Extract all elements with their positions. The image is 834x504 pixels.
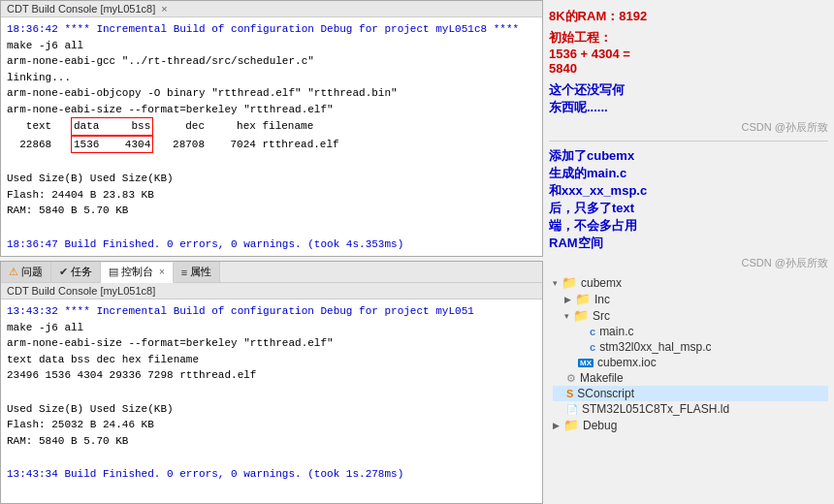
b-sizes-header: Used Size(B) Used Size(KB): [7, 401, 536, 418]
line-sizes-header: Used Size(B) Used Size(KB): [7, 171, 536, 187]
tree-label-ioc: cubemx.ioc: [597, 356, 657, 369]
note2: 东西呢......: [549, 99, 828, 116]
top-console-title: CDT Build Console [myL051c8]: [7, 3, 155, 15]
tree-label-makefile: Makefile: [580, 371, 624, 385]
b-line-1: 13:43:32 **** Incremental Build of confi…: [7, 303, 536, 320]
mx-file-icon: MX: [578, 359, 593, 367]
top-console-titlebar: CDT Build Console [myL051c8] ×: [1, 1, 542, 17]
s-file-icon: S: [566, 388, 573, 399]
calc: 1536 + 4304 =: [549, 47, 828, 61]
b-note4: 后，只多了text: [549, 200, 828, 217]
divider: [549, 141, 828, 142]
make-file-icon: ⚙: [566, 372, 576, 385]
line-5: arm-none-eabi-objcopy -O binary "rtthrea…: [7, 85, 536, 102]
folder-icon-src: 📁: [573, 308, 589, 323]
top-console-close[interactable]: ×: [161, 3, 167, 15]
init-label: 初始工程：: [549, 29, 828, 47]
line-8: 22868 1536 4304 28708 7024 rtthread.elf: [7, 136, 536, 154]
top-annotations: 8K的RAM：8192 初始工程： 1536 + 4304 = 5840 这个还…: [549, 8, 828, 135]
console-icon: ▤: [109, 266, 118, 278]
line-1: 18:36:42 **** Incremental Build of confi…: [7, 21, 536, 38]
bottom-console-title-text: CDT Build Console [myL051c8]: [7, 285, 155, 297]
line-ram: RAM: 5840 B 5.70 KB: [7, 203, 536, 219]
b-flash: Flash: 25032 B 24.46 KB: [7, 417, 536, 433]
chevron-right-icon: ▶: [564, 295, 571, 304]
top-console-body: 18:36:42 **** Incremental Build of confi…: [1, 17, 542, 256]
b-line-5: 23496 1536 4304 29336 7298 rtthread.elf: [7, 367, 536, 384]
tree-label-mspc: stm32l0xx_hal_msp.c: [599, 340, 711, 354]
b-ram: RAM: 5840 B 5.70 KB: [7, 433, 536, 450]
tree-label-ld: STM32L051C8Tx_FLASH.ld: [582, 402, 729, 416]
b-blank1: [7, 384, 536, 401]
tab-properties-label: 属性: [190, 265, 211, 279]
tree-label-cubemx: cubemx: [581, 276, 622, 290]
chevron-right-debug: ▶: [553, 421, 560, 430]
tree-item-debug[interactable]: ▶ 📁 Debug: [553, 417, 828, 433]
ld-file-icon: 📄: [566, 404, 578, 415]
problems-icon: ⚠: [9, 266, 18, 278]
tab-console-close[interactable]: ×: [159, 267, 165, 277]
ram-label: 8K的RAM：8192: [549, 8, 828, 25]
right-panel: 8K的RAM：8192 初始工程： 1536 + 4304 = 5840 这个还…: [543, 0, 834, 504]
properties-icon: ≡: [181, 267, 187, 278]
tab-properties[interactable]: ≡ 属性: [174, 262, 220, 282]
line-blank2: [7, 219, 536, 236]
top-console: CDT Build Console [myL051c8] × 18:36:42 …: [0, 0, 543, 257]
tab-console[interactable]: ▤ 控制台 ×: [101, 263, 174, 283]
note1: 这个还没写何: [549, 81, 828, 99]
tree-item-mspc[interactable]: c stm32l0xx_hal_msp.c: [553, 339, 828, 355]
b-line-4: text data bss dec hex filename: [7, 352, 536, 368]
tree-item-src[interactable]: ▾ 📁 Src: [553, 307, 828, 324]
bottom-section: ⚠ 问题 ✔ 任务 ▤ 控制台 × ≡ 属性 CDT Build Console…: [0, 261, 543, 504]
csdn-watermark-bottom: CSDN @孙辰所致: [549, 256, 828, 270]
tree-item-mainc[interactable]: c main.c: [553, 324, 828, 339]
c-file-icon-2: c: [590, 341, 595, 353]
tab-bar: ⚠ 问题 ✔ 任务 ▤ 控制台 × ≡ 属性: [1, 262, 542, 283]
folder-icon-debug: 📁: [563, 418, 579, 432]
result: 5840: [549, 61, 828, 76]
highlighted-values: 1536 4304: [71, 136, 153, 154]
folder-icon: 📁: [561, 275, 577, 290]
highlighted-cols: data bss: [71, 117, 153, 136]
bottom-annotations: 添加了cubemx 生成的main.c 和xxx_xx_msp.c 后，只多了t…: [549, 147, 828, 270]
tab-problems-label: 问题: [21, 265, 43, 279]
line-2: make -j6 all: [7, 38, 536, 54]
tab-tasks[interactable]: ✔ 任务: [51, 262, 101, 282]
tree-label-inc: Inc: [594, 293, 610, 306]
csdn-watermark-top: CSDN @孙辰所致: [549, 120, 828, 135]
b-note1: 添加了cubemx: [549, 147, 828, 165]
chevron-down-icon: ▾: [553, 278, 558, 288]
chevron-down-icon-src: ▾: [564, 311, 569, 321]
tasks-icon: ✔: [59, 266, 68, 278]
line-finish: 18:36:47 Build Finished. 0 errors, 0 war…: [7, 236, 536, 253]
line-6: arm-none-eabi-size --format=berkeley "rt…: [7, 102, 536, 118]
left-panel: CDT Build Console [myL051c8] × 18:36:42 …: [0, 0, 543, 504]
b-note3: 和xxx_xx_msp.c: [549, 182, 828, 200]
b-line-3: arm-none-eabi-size --format=berkeley "rt…: [7, 335, 536, 352]
tree-label-sconscript: SConscript: [577, 387, 634, 400]
folder-icon-inc: 📁: [575, 292, 591, 306]
bottom-console-title: CDT Build Console [myL051c8]: [1, 283, 542, 299]
b-note5: 端，不会多占用: [549, 217, 828, 235]
line-3: arm-none-eabi-gcc "../rt-thread/src/sche…: [7, 53, 536, 70]
tree-item-inc[interactable]: ▶ 📁 Inc: [553, 291, 828, 307]
file-tree: ▾ 📁 cubemx ▶ 📁 Inc ▾ 📁 Src c main.c c st…: [549, 274, 828, 433]
b-blank2: [7, 449, 536, 466]
tab-console-label: 控制台: [121, 265, 153, 279]
line-blank1: [7, 153, 536, 171]
tree-item-ioc[interactable]: MX cubemx.ioc: [553, 355, 828, 370]
tab-problems[interactable]: ⚠ 问题: [1, 262, 51, 282]
tree-item-cubemx[interactable]: ▾ 📁 cubemx: [553, 274, 828, 291]
tree-label-debug: Debug: [583, 419, 617, 432]
bottom-console-body: 13:43:32 **** Incremental Build of confi…: [1, 299, 542, 503]
line-flash: Flash: 24404 B 23.83 KB: [7, 187, 536, 204]
b-line-2: make -j6 all: [7, 320, 536, 336]
tree-item-sconscript[interactable]: S SConscript: [553, 386, 828, 401]
tree-item-makefile[interactable]: ⚙ Makefile: [553, 370, 828, 386]
tree-label-src: Src: [593, 309, 610, 323]
b-note2: 生成的main.c: [549, 165, 828, 182]
tree-item-ld[interactable]: 📄 STM32L051C8Tx_FLASH.ld: [553, 401, 828, 417]
tab-tasks-label: 任务: [71, 265, 92, 279]
line-7: text data bss dec hex filename: [7, 117, 536, 136]
b-note6: RAM空间: [549, 235, 828, 252]
